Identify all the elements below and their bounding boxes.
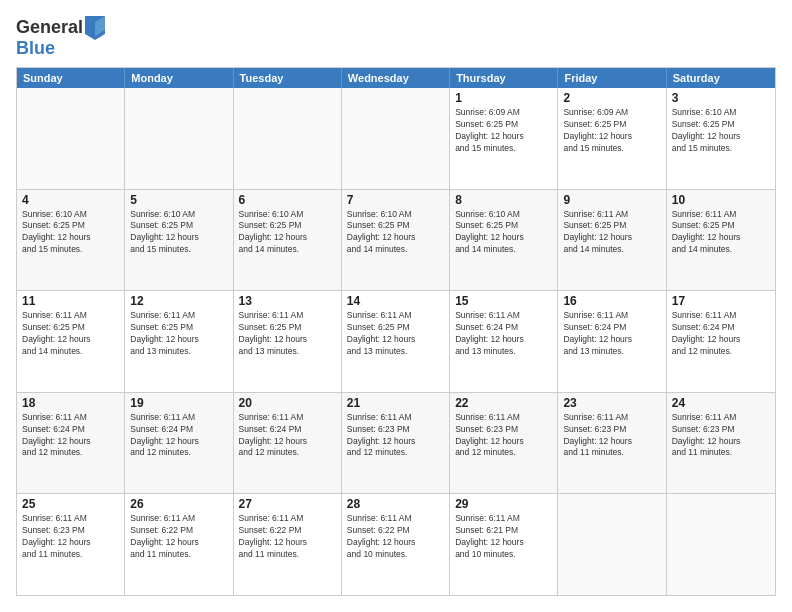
day-info: Sunrise: 6:11 AM Sunset: 6:22 PM Dayligh… <box>347 513 444 561</box>
day-number: 1 <box>455 91 552 105</box>
day-number: 27 <box>239 497 336 511</box>
cal-cell-empty-0-1 <box>125 88 233 189</box>
day-info: Sunrise: 6:11 AM Sunset: 6:23 PM Dayligh… <box>347 412 444 460</box>
header-day-saturday: Saturday <box>667 68 775 88</box>
cal-cell-empty-0-0 <box>17 88 125 189</box>
day-info: Sunrise: 6:11 AM Sunset: 6:23 PM Dayligh… <box>455 412 552 460</box>
day-number: 11 <box>22 294 119 308</box>
header-day-thursday: Thursday <box>450 68 558 88</box>
header-day-sunday: Sunday <box>17 68 125 88</box>
day-info: Sunrise: 6:10 AM Sunset: 6:25 PM Dayligh… <box>22 209 119 257</box>
cal-cell-19: 19Sunrise: 6:11 AM Sunset: 6:24 PM Dayli… <box>125 393 233 494</box>
logo-icon <box>85 16 105 40</box>
day-info: Sunrise: 6:11 AM Sunset: 6:25 PM Dayligh… <box>563 209 660 257</box>
week-row-3: 18Sunrise: 6:11 AM Sunset: 6:24 PM Dayli… <box>17 392 775 494</box>
calendar-header: SundayMondayTuesdayWednesdayThursdayFrid… <box>17 68 775 88</box>
cal-cell-18: 18Sunrise: 6:11 AM Sunset: 6:24 PM Dayli… <box>17 393 125 494</box>
day-info: Sunrise: 6:11 AM Sunset: 6:25 PM Dayligh… <box>672 209 770 257</box>
logo: General Blue <box>16 16 105 59</box>
day-number: 20 <box>239 396 336 410</box>
day-number: 24 <box>672 396 770 410</box>
day-number: 17 <box>672 294 770 308</box>
day-number: 14 <box>347 294 444 308</box>
day-number: 16 <box>563 294 660 308</box>
header-day-monday: Monday <box>125 68 233 88</box>
day-info: Sunrise: 6:10 AM Sunset: 6:25 PM Dayligh… <box>347 209 444 257</box>
day-info: Sunrise: 6:11 AM Sunset: 6:25 PM Dayligh… <box>347 310 444 358</box>
day-number: 21 <box>347 396 444 410</box>
cal-cell-20: 20Sunrise: 6:11 AM Sunset: 6:24 PM Dayli… <box>234 393 342 494</box>
day-info: Sunrise: 6:09 AM Sunset: 6:25 PM Dayligh… <box>455 107 552 155</box>
day-info: Sunrise: 6:11 AM Sunset: 6:23 PM Dayligh… <box>22 513 119 561</box>
day-info: Sunrise: 6:11 AM Sunset: 6:24 PM Dayligh… <box>130 412 227 460</box>
day-number: 15 <box>455 294 552 308</box>
cal-cell-16: 16Sunrise: 6:11 AM Sunset: 6:24 PM Dayli… <box>558 291 666 392</box>
cal-cell-empty-4-6 <box>667 494 775 595</box>
day-info: Sunrise: 6:10 AM Sunset: 6:25 PM Dayligh… <box>130 209 227 257</box>
day-info: Sunrise: 6:11 AM Sunset: 6:24 PM Dayligh… <box>22 412 119 460</box>
week-row-4: 25Sunrise: 6:11 AM Sunset: 6:23 PM Dayli… <box>17 493 775 595</box>
logo-text: General <box>16 18 83 38</box>
day-number: 23 <box>563 396 660 410</box>
day-number: 3 <box>672 91 770 105</box>
cal-cell-25: 25Sunrise: 6:11 AM Sunset: 6:23 PM Dayli… <box>17 494 125 595</box>
header: General Blue <box>16 16 776 59</box>
cal-cell-14: 14Sunrise: 6:11 AM Sunset: 6:25 PM Dayli… <box>342 291 450 392</box>
day-info: Sunrise: 6:11 AM Sunset: 6:25 PM Dayligh… <box>22 310 119 358</box>
cal-cell-24: 24Sunrise: 6:11 AM Sunset: 6:23 PM Dayli… <box>667 393 775 494</box>
calendar-body: 1Sunrise: 6:09 AM Sunset: 6:25 PM Daylig… <box>17 88 775 595</box>
day-info: Sunrise: 6:09 AM Sunset: 6:25 PM Dayligh… <box>563 107 660 155</box>
day-number: 5 <box>130 193 227 207</box>
cal-cell-27: 27Sunrise: 6:11 AM Sunset: 6:22 PM Dayli… <box>234 494 342 595</box>
calendar: SundayMondayTuesdayWednesdayThursdayFrid… <box>16 67 776 596</box>
day-info: Sunrise: 6:11 AM Sunset: 6:24 PM Dayligh… <box>239 412 336 460</box>
day-number: 12 <box>130 294 227 308</box>
cal-cell-5: 5Sunrise: 6:10 AM Sunset: 6:25 PM Daylig… <box>125 190 233 291</box>
week-row-0: 1Sunrise: 6:09 AM Sunset: 6:25 PM Daylig… <box>17 88 775 189</box>
day-info: Sunrise: 6:11 AM Sunset: 6:21 PM Dayligh… <box>455 513 552 561</box>
day-number: 28 <box>347 497 444 511</box>
day-info: Sunrise: 6:11 AM Sunset: 6:22 PM Dayligh… <box>130 513 227 561</box>
day-number: 6 <box>239 193 336 207</box>
header-day-friday: Friday <box>558 68 666 88</box>
cal-cell-12: 12Sunrise: 6:11 AM Sunset: 6:25 PM Dayli… <box>125 291 233 392</box>
cal-cell-26: 26Sunrise: 6:11 AM Sunset: 6:22 PM Dayli… <box>125 494 233 595</box>
day-number: 22 <box>455 396 552 410</box>
cal-cell-empty-0-2 <box>234 88 342 189</box>
cal-cell-2: 2Sunrise: 6:09 AM Sunset: 6:25 PM Daylig… <box>558 88 666 189</box>
cal-cell-6: 6Sunrise: 6:10 AM Sunset: 6:25 PM Daylig… <box>234 190 342 291</box>
cal-cell-15: 15Sunrise: 6:11 AM Sunset: 6:24 PM Dayli… <box>450 291 558 392</box>
day-info: Sunrise: 6:11 AM Sunset: 6:25 PM Dayligh… <box>239 310 336 358</box>
day-number: 10 <box>672 193 770 207</box>
day-info: Sunrise: 6:10 AM Sunset: 6:25 PM Dayligh… <box>239 209 336 257</box>
header-day-wednesday: Wednesday <box>342 68 450 88</box>
page: General Blue SundayMondayTuesdayWednesda… <box>0 0 792 612</box>
day-number: 25 <box>22 497 119 511</box>
day-info: Sunrise: 6:11 AM Sunset: 6:25 PM Dayligh… <box>130 310 227 358</box>
cal-cell-1: 1Sunrise: 6:09 AM Sunset: 6:25 PM Daylig… <box>450 88 558 189</box>
cal-cell-22: 22Sunrise: 6:11 AM Sunset: 6:23 PM Dayli… <box>450 393 558 494</box>
day-number: 29 <box>455 497 552 511</box>
day-info: Sunrise: 6:11 AM Sunset: 6:24 PM Dayligh… <box>672 310 770 358</box>
cal-cell-3: 3Sunrise: 6:10 AM Sunset: 6:25 PM Daylig… <box>667 88 775 189</box>
day-number: 9 <box>563 193 660 207</box>
cal-cell-29: 29Sunrise: 6:11 AM Sunset: 6:21 PM Dayli… <box>450 494 558 595</box>
day-info: Sunrise: 6:11 AM Sunset: 6:22 PM Dayligh… <box>239 513 336 561</box>
day-info: Sunrise: 6:11 AM Sunset: 6:23 PM Dayligh… <box>672 412 770 460</box>
day-number: 4 <box>22 193 119 207</box>
cal-cell-10: 10Sunrise: 6:11 AM Sunset: 6:25 PM Dayli… <box>667 190 775 291</box>
logo-blue: Blue <box>16 38 105 59</box>
day-number: 13 <box>239 294 336 308</box>
day-number: 7 <box>347 193 444 207</box>
day-info: Sunrise: 6:11 AM Sunset: 6:24 PM Dayligh… <box>563 310 660 358</box>
day-info: Sunrise: 6:11 AM Sunset: 6:24 PM Dayligh… <box>455 310 552 358</box>
day-number: 19 <box>130 396 227 410</box>
day-info: Sunrise: 6:11 AM Sunset: 6:23 PM Dayligh… <box>563 412 660 460</box>
week-row-1: 4Sunrise: 6:10 AM Sunset: 6:25 PM Daylig… <box>17 189 775 291</box>
cal-cell-8: 8Sunrise: 6:10 AM Sunset: 6:25 PM Daylig… <box>450 190 558 291</box>
cal-cell-4: 4Sunrise: 6:10 AM Sunset: 6:25 PM Daylig… <box>17 190 125 291</box>
day-number: 2 <box>563 91 660 105</box>
cal-cell-23: 23Sunrise: 6:11 AM Sunset: 6:23 PM Dayli… <box>558 393 666 494</box>
cal-cell-empty-0-3 <box>342 88 450 189</box>
week-row-2: 11Sunrise: 6:11 AM Sunset: 6:25 PM Dayli… <box>17 290 775 392</box>
